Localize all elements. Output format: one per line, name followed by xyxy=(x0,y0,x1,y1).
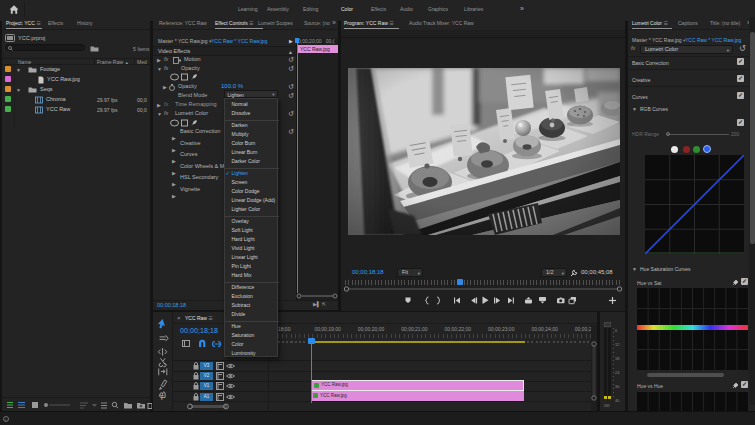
svg-text:T: T xyxy=(160,393,165,400)
